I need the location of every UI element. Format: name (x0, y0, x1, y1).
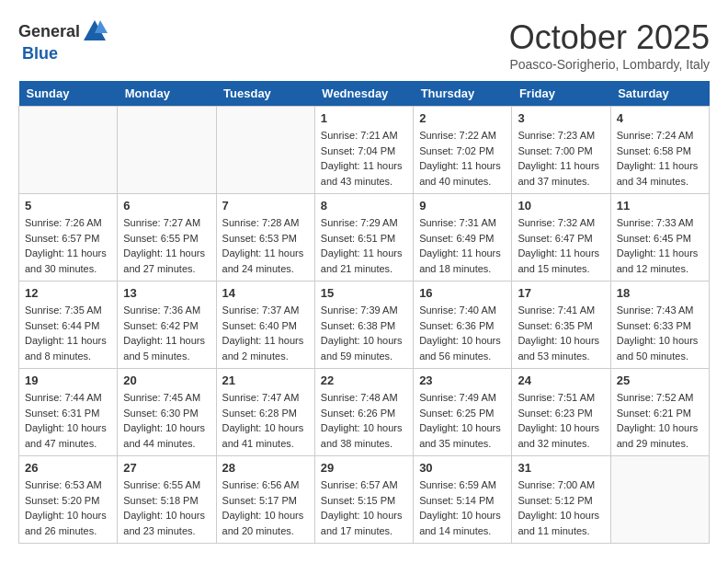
day-info: Sunrise: 7:37 AM Sunset: 6:40 PM Dayligh… (222, 303, 309, 363)
calendar-week-row: 5Sunrise: 7:26 AM Sunset: 6:57 PM Daylig… (19, 194, 710, 282)
day-info: Sunrise: 6:55 AM Sunset: 5:18 PM Dayligh… (123, 477, 210, 538)
day-number: 30 (419, 461, 506, 475)
day-info: Sunrise: 7:22 AM Sunset: 7:02 PM Dayligh… (419, 128, 506, 189)
day-info: Sunrise: 7:39 AM Sunset: 6:38 PM Dayligh… (321, 303, 407, 363)
day-info: Sunrise: 7:00 AM Sunset: 5:12 PM Dayligh… (518, 477, 604, 538)
calendar-cell: 5Sunrise: 7:26 AM Sunset: 6:57 PM Daylig… (19, 194, 118, 282)
calendar-cell: 8Sunrise: 7:29 AM Sunset: 6:51 PM Daylig… (314, 194, 413, 282)
day-info: Sunrise: 7:28 AM Sunset: 6:53 PM Dayligh… (222, 215, 309, 276)
calendar-cell: 3Sunrise: 7:23 AM Sunset: 7:00 PM Daylig… (512, 107, 610, 194)
day-header-thursday: Thursday (414, 81, 512, 107)
day-header-sunday: Sunday (19, 81, 118, 107)
calendar-cell: 12Sunrise: 7:35 AM Sunset: 6:44 PM Dayli… (19, 282, 118, 369)
calendar-cell: 16Sunrise: 7:40 AM Sunset: 6:36 PM Dayli… (414, 282, 512, 369)
day-number: 4 (617, 111, 703, 125)
day-header-saturday: Saturday (610, 81, 709, 107)
calendar-header-row: SundayMondayTuesdayWednesdayThursdayFrid… (19, 81, 710, 107)
calendar-week-row: 1Sunrise: 7:21 AM Sunset: 7:04 PM Daylig… (19, 107, 710, 194)
calendar-cell: 31Sunrise: 7:00 AM Sunset: 5:12 PM Dayli… (512, 456, 610, 544)
day-info: Sunrise: 7:23 AM Sunset: 7:00 PM Dayligh… (518, 128, 604, 189)
day-header-wednesday: Wednesday (314, 81, 413, 107)
calendar-cell: 13Sunrise: 7:36 AM Sunset: 6:42 PM Dayli… (118, 282, 216, 369)
day-number: 28 (222, 461, 309, 475)
calendar-cell: 25Sunrise: 7:52 AM Sunset: 6:21 PM Dayli… (610, 369, 709, 456)
day-number: 24 (518, 373, 604, 387)
title-block: October 2025 Poasco-Sorigherio, Lombardy… (509, 18, 710, 72)
day-number: 1 (321, 111, 407, 125)
calendar-cell: 29Sunrise: 6:57 AM Sunset: 5:15 PM Dayli… (314, 456, 413, 544)
day-number: 26 (25, 461, 111, 475)
calendar-cell (118, 107, 216, 194)
day-info: Sunrise: 7:31 AM Sunset: 6:49 PM Dayligh… (419, 215, 506, 276)
calendar-cell: 11Sunrise: 7:33 AM Sunset: 6:45 PM Dayli… (610, 194, 709, 282)
day-number: 31 (518, 461, 604, 475)
day-info: Sunrise: 7:27 AM Sunset: 6:55 PM Dayligh… (123, 215, 210, 276)
calendar-cell: 7Sunrise: 7:28 AM Sunset: 6:53 PM Daylig… (216, 194, 314, 282)
logo-general-text: General (18, 22, 80, 41)
day-info: Sunrise: 7:24 AM Sunset: 6:58 PM Dayligh… (617, 128, 703, 189)
day-info: Sunrise: 6:53 AM Sunset: 5:20 PM Dayligh… (25, 477, 111, 538)
day-number: 2 (419, 111, 506, 125)
day-info: Sunrise: 6:59 AM Sunset: 5:14 PM Dayligh… (419, 477, 506, 538)
calendar-cell: 21Sunrise: 7:47 AM Sunset: 6:28 PM Dayli… (216, 369, 314, 456)
day-number: 20 (123, 373, 210, 387)
day-number: 29 (321, 461, 407, 475)
day-number: 8 (321, 199, 407, 213)
calendar-cell: 23Sunrise: 7:49 AM Sunset: 6:25 PM Dayli… (414, 369, 512, 456)
day-number: 19 (25, 373, 111, 387)
day-info: Sunrise: 7:29 AM Sunset: 6:51 PM Dayligh… (321, 215, 407, 276)
day-number: 13 (123, 286, 210, 300)
day-info: Sunrise: 7:52 AM Sunset: 6:21 PM Dayligh… (617, 390, 703, 451)
day-info: Sunrise: 7:43 AM Sunset: 6:33 PM Dayligh… (617, 303, 703, 363)
day-number: 23 (419, 373, 506, 387)
day-info: Sunrise: 7:26 AM Sunset: 6:57 PM Dayligh… (25, 215, 111, 276)
day-info: Sunrise: 7:51 AM Sunset: 6:23 PM Dayligh… (518, 390, 604, 451)
day-number: 12 (25, 286, 111, 300)
location-text: Poasco-Sorigherio, Lombardy, Italy (509, 57, 710, 72)
day-number: 5 (25, 199, 111, 213)
calendar-week-row: 19Sunrise: 7:44 AM Sunset: 6:31 PM Dayli… (19, 369, 710, 456)
day-info: Sunrise: 6:57 AM Sunset: 5:15 PM Dayligh… (321, 477, 407, 538)
day-number: 15 (321, 286, 407, 300)
day-number: 22 (321, 373, 407, 387)
day-info: Sunrise: 7:33 AM Sunset: 6:45 PM Dayligh… (617, 215, 703, 276)
day-info: Sunrise: 7:45 AM Sunset: 6:30 PM Dayligh… (123, 390, 210, 451)
calendar-cell: 27Sunrise: 6:55 AM Sunset: 5:18 PM Dayli… (118, 456, 216, 544)
calendar-cell: 19Sunrise: 7:44 AM Sunset: 6:31 PM Dayli… (19, 369, 118, 456)
day-number: 3 (518, 111, 604, 125)
page-header: General Blue October 2025 Poasco-Sorighe… (18, 18, 710, 72)
day-number: 10 (518, 199, 604, 213)
day-number: 21 (222, 373, 309, 387)
logo-icon (82, 18, 108, 44)
month-title: October 2025 (509, 18, 710, 57)
logo-blue-text: Blue (22, 44, 58, 63)
calendar-cell: 28Sunrise: 6:56 AM Sunset: 5:17 PM Dayli… (216, 456, 314, 544)
day-number: 7 (222, 199, 309, 213)
day-number: 14 (222, 286, 309, 300)
day-number: 16 (419, 286, 506, 300)
calendar-cell: 9Sunrise: 7:31 AM Sunset: 6:49 PM Daylig… (414, 194, 512, 282)
calendar-cell: 24Sunrise: 7:51 AM Sunset: 6:23 PM Dayli… (512, 369, 610, 456)
day-info: Sunrise: 7:49 AM Sunset: 6:25 PM Dayligh… (419, 390, 506, 451)
calendar-cell (610, 456, 709, 544)
day-header-monday: Monday (118, 81, 216, 107)
day-info: Sunrise: 7:32 AM Sunset: 6:47 PM Dayligh… (518, 215, 604, 276)
day-info: Sunrise: 7:41 AM Sunset: 6:35 PM Dayligh… (518, 303, 604, 363)
calendar-cell: 4Sunrise: 7:24 AM Sunset: 6:58 PM Daylig… (610, 107, 709, 194)
calendar-cell: 14Sunrise: 7:37 AM Sunset: 6:40 PM Dayli… (216, 282, 314, 369)
calendar-cell: 26Sunrise: 6:53 AM Sunset: 5:20 PM Dayli… (19, 456, 118, 544)
calendar-table: SundayMondayTuesdayWednesdayThursdayFrid… (18, 81, 710, 544)
calendar-cell: 10Sunrise: 7:32 AM Sunset: 6:47 PM Dayli… (512, 194, 610, 282)
day-info: Sunrise: 7:48 AM Sunset: 6:26 PM Dayligh… (321, 390, 407, 451)
calendar-cell: 15Sunrise: 7:39 AM Sunset: 6:38 PM Dayli… (314, 282, 413, 369)
calendar-cell (216, 107, 314, 194)
calendar-week-row: 26Sunrise: 6:53 AM Sunset: 5:20 PM Dayli… (19, 456, 710, 544)
day-info: Sunrise: 7:36 AM Sunset: 6:42 PM Dayligh… (123, 303, 210, 363)
logo: General Blue (18, 18, 108, 63)
day-number: 9 (419, 199, 506, 213)
day-info: Sunrise: 6:56 AM Sunset: 5:17 PM Dayligh… (222, 477, 309, 538)
calendar-cell: 30Sunrise: 6:59 AM Sunset: 5:14 PM Dayli… (414, 456, 512, 544)
day-header-friday: Friday (512, 81, 610, 107)
calendar-cell: 18Sunrise: 7:43 AM Sunset: 6:33 PM Dayli… (610, 282, 709, 369)
calendar-cell: 22Sunrise: 7:48 AM Sunset: 6:26 PM Dayli… (314, 369, 413, 456)
